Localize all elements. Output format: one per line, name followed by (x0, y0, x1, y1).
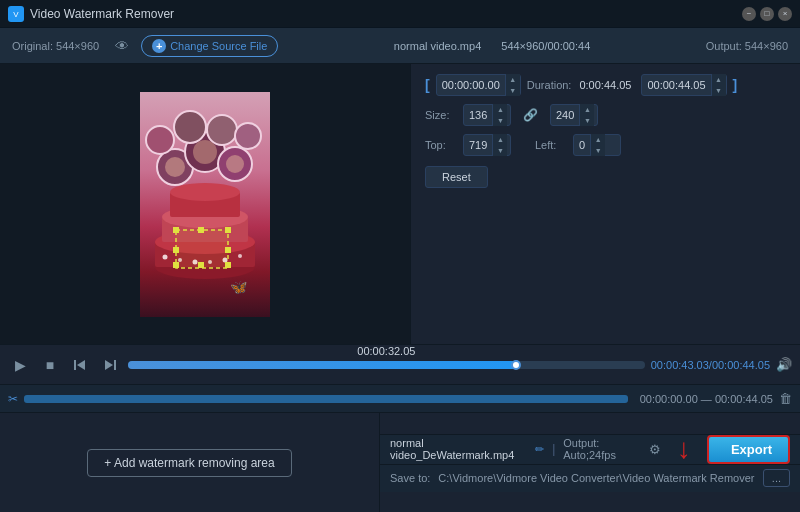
left-panel: 🦋 (0, 64, 410, 344)
toolbar: Original: 544×960 👁 + Change Source File… (0, 28, 800, 64)
time-controls: [ 00:00:00.00 ▲ ▼ Duration: 0:00:44.05 0… (425, 74, 786, 96)
app-title: Video Watermark Remover (30, 7, 742, 21)
output-resolution-label: Output: 544×960 (706, 40, 788, 52)
maximize-button[interactable]: □ (760, 7, 774, 21)
end-time-value: 00:00:44.05 (642, 79, 710, 91)
width-down[interactable]: ▼ (493, 115, 507, 126)
svg-rect-34 (198, 262, 204, 268)
svg-marker-40 (105, 360, 113, 370)
filename: normal video.mp4 (394, 40, 481, 52)
time-display: 00:00:43.03/00:00:44.05 (651, 359, 770, 371)
reset-row: Reset (425, 164, 786, 188)
play-button[interactable]: ▶ (8, 353, 32, 377)
position-controls: Top: 719 ▲ ▼ Left: 0 ▲ ▼ (425, 134, 786, 156)
video-preview: 🦋 (140, 92, 270, 317)
progress-thumb[interactable] (511, 360, 521, 370)
playback-controls: ▶ ■ 00:00:32.05 00:00:43.03/00:00:44.05 … (0, 344, 800, 384)
start-time-value: 00:00:00.00 (437, 79, 505, 91)
svg-point-25 (193, 140, 217, 164)
stop-button[interactable]: ■ (38, 353, 62, 377)
svg-point-20 (146, 126, 174, 154)
window-controls: − □ × (742, 7, 792, 21)
svg-text:V: V (13, 10, 19, 19)
svg-point-26 (226, 155, 244, 173)
start-time-up[interactable]: ▲ (506, 74, 520, 85)
width-input[interactable]: 136 ▲ ▼ (463, 104, 511, 126)
timeline-row: ✂ 00:00:00.00 — 00:00:44.05 🗑 (0, 384, 800, 412)
bottom-panel: + Add watermark removing area normal vid… (0, 412, 800, 512)
change-source-button[interactable]: + Change Source File (141, 35, 278, 57)
start-time-input[interactable]: 00:00:00.00 ▲ ▼ (436, 74, 521, 96)
save-path: C:\Vidmore\Vidmore Video Converter\Video… (438, 472, 754, 484)
svg-marker-38 (77, 360, 85, 370)
svg-text:🦋: 🦋 (230, 279, 248, 296)
save-bar: Save to: C:\Vidmore\Vidmore Video Conver… (380, 464, 800, 492)
left-down[interactable]: ▼ (591, 145, 605, 156)
start-time-spinners[interactable]: ▲ ▼ (505, 74, 520, 96)
edit-filename-icon[interactable]: ✏ (535, 443, 544, 456)
trash-icon[interactable]: 🗑 (779, 391, 792, 406)
svg-point-10 (170, 183, 240, 201)
scissors-icon: ✂ (8, 392, 18, 406)
height-value: 240 (551, 109, 579, 121)
svg-rect-30 (225, 227, 231, 233)
output-filename: normal video_DeWatermark.mp4 (390, 437, 527, 461)
file-info: normal video.mp4 544×960/00:00:44 (290, 40, 693, 52)
main-split: 🦋 (0, 64, 800, 512)
progress-bar[interactable] (128, 361, 645, 369)
reset-button[interactable]: Reset (425, 166, 488, 188)
browse-button[interactable]: ... (763, 469, 790, 487)
width-up[interactable]: ▲ (493, 104, 507, 115)
eye-icon[interactable]: 👁 (115, 38, 129, 54)
start-time-down[interactable]: ▼ (506, 85, 520, 96)
progress-fill (128, 361, 516, 369)
svg-point-11 (163, 254, 168, 259)
close-button[interactable]: × (778, 7, 792, 21)
svg-rect-29 (173, 227, 179, 233)
top-label: Top: (425, 139, 455, 151)
bottom-right: normal video_DeWatermark.mp4 ✏ | Output:… (380, 413, 800, 512)
settings-gear-icon[interactable]: ⚙ (649, 442, 661, 457)
left-value: 0 (574, 139, 590, 151)
top-up[interactable]: ▲ (493, 134, 507, 145)
left-label: Left: (535, 139, 565, 151)
height-down[interactable]: ▼ (580, 115, 594, 126)
download-arrow-icon: ↓ (677, 433, 691, 465)
svg-rect-35 (173, 247, 179, 253)
file-dimensions: 544×960/00:00:44 (501, 40, 590, 52)
top-down[interactable]: ▼ (493, 145, 507, 156)
original-resolution-label: Original: 544×960 (12, 40, 99, 52)
export-button[interactable]: Export (707, 435, 790, 464)
svg-point-24 (165, 157, 185, 177)
prev-frame-button[interactable] (68, 353, 92, 377)
app-window: V Video Watermark Remover − □ × Original… (0, 0, 800, 512)
height-up[interactable]: ▲ (580, 104, 594, 115)
size-label: Size: (425, 109, 455, 121)
bracket-close: ] (733, 77, 738, 93)
next-frame-button[interactable] (98, 353, 122, 377)
left-up[interactable]: ▲ (591, 134, 605, 145)
output-settings-label: Output: Auto;24fps (563, 437, 641, 461)
plus-circle-icon: + (152, 39, 166, 53)
height-input[interactable]: 240 ▲ ▼ (550, 104, 598, 126)
svg-rect-37 (74, 360, 76, 370)
add-watermark-button[interactable]: + Add watermark removing area (87, 449, 291, 477)
export-bar: normal video_DeWatermark.mp4 ✏ | Output:… (380, 434, 800, 464)
left-input[interactable]: 0 ▲ ▼ (573, 134, 621, 156)
preview-area: 🦋 (0, 64, 410, 344)
duration-label: Duration: (527, 79, 572, 91)
end-time-spinners[interactable]: ▲ ▼ (711, 74, 726, 96)
link-icon[interactable]: 🔗 (523, 108, 538, 122)
bracket-open: [ (425, 77, 430, 93)
svg-point-16 (238, 254, 242, 258)
minimize-button[interactable]: − (742, 7, 756, 21)
progress-wrapper[interactable]: 00:00:32.05 (128, 361, 645, 369)
end-time-input[interactable]: 00:00:44.05 ▲ ▼ (641, 74, 726, 96)
volume-icon[interactable]: 🔊 (776, 357, 792, 372)
end-time-down[interactable]: ▼ (712, 85, 726, 96)
svg-rect-39 (114, 360, 116, 370)
svg-rect-36 (225, 247, 231, 253)
end-time-up[interactable]: ▲ (712, 74, 726, 85)
width-value: 136 (464, 109, 492, 121)
top-input[interactable]: 719 ▲ ▼ (463, 134, 511, 156)
